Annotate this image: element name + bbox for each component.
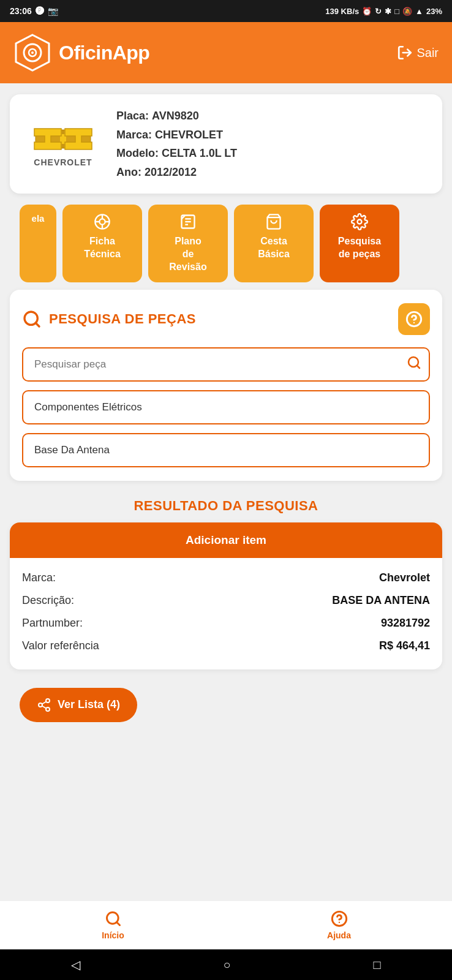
result-card: Adicionar item Marca: Chevrolet Descriçã… xyxy=(10,522,442,669)
tab-plano-revisao-label: PlanodeRevisão xyxy=(169,235,206,273)
svg-point-21 xyxy=(358,220,362,224)
status-icon-bell: 🔕 xyxy=(402,7,412,16)
svg-line-23 xyxy=(36,323,39,326)
add-item-button[interactable]: Adicionar item xyxy=(10,522,442,558)
result-partnumber-row: Partnumber: 93281792 xyxy=(10,612,442,635)
plano-revisao-icon xyxy=(179,213,197,230)
status-icon-signal: ▲ xyxy=(415,7,423,16)
app-header: OficinApp Sair xyxy=(0,22,452,83)
tab-pesquisa-pecas[interactable]: Pesquisade peças xyxy=(320,205,399,282)
tab-cesta-basica[interactable]: CestaBásica xyxy=(234,205,314,282)
ficha-tecnica-icon xyxy=(94,213,111,230)
status-icon-nfc: □ xyxy=(394,7,399,16)
status-battery: 23% xyxy=(426,7,442,16)
result-partnumber-value: 93281792 xyxy=(381,617,430,630)
result-partnumber-label: Partnumber: xyxy=(22,617,83,630)
svg-point-3 xyxy=(31,51,34,54)
plate-value: AVN9820 xyxy=(152,110,199,122)
search-submit-button[interactable] xyxy=(407,355,421,374)
inicio-nav-label: Início xyxy=(102,930,124,940)
result-descricao-row: Descrição: BASE DA ANTENA xyxy=(10,589,442,612)
tab-ficha-tecnica-label: FichaTécnica xyxy=(84,235,121,261)
svg-point-36 xyxy=(338,922,339,923)
svg-point-30 xyxy=(46,707,50,711)
vehicle-modelo: Modelo: CELTA 1.0L LT xyxy=(116,144,237,163)
search-section-icon xyxy=(22,309,42,329)
bottom-action-area: Ver Lista (4) xyxy=(10,682,442,733)
ajuda-nav-label: Ajuda xyxy=(327,930,351,940)
app-logo-group: OficinApp xyxy=(13,34,149,72)
status-icon-clock: 🅟 xyxy=(36,6,44,16)
plate-label: Placa: xyxy=(116,110,149,122)
vehicle-ano: Ano: 2012/2012 xyxy=(116,163,237,182)
marca-value: CHEVROLET xyxy=(155,129,223,141)
android-back-button[interactable]: ◁ xyxy=(71,957,80,972)
vehicle-plate: Placa: AVN9820 xyxy=(116,107,237,126)
result-descricao-label: Descrição: xyxy=(22,594,74,607)
ver-lista-button[interactable]: Ver Lista (4) xyxy=(20,688,137,722)
result-marca-row: Marca: Chevrolet xyxy=(10,567,442,589)
status-bar: 23:06 🅟 📷 139 KB/s ⏰ ↻ ✱ □ 🔕 ▲ 23% xyxy=(0,0,452,22)
tab-pesquisa-pecas-label: Pesquisade peças xyxy=(338,235,381,261)
search-submit-icon xyxy=(407,355,421,370)
ajuda-nav-icon xyxy=(331,910,348,927)
status-icon-bluetooth: ✱ xyxy=(385,7,391,16)
android-recent-button[interactable]: □ xyxy=(373,958,380,972)
bottom-navigation: Início Ajuda xyxy=(0,900,452,949)
result-descricao-value: BASE DA ANTENA xyxy=(332,594,430,607)
svg-line-34 xyxy=(116,922,119,925)
nav-tabs: ela FichaTécnica PlanodeRevisão xyxy=(10,194,442,289)
svg-point-28 xyxy=(46,699,50,703)
vehicle-brand-label: CHEVROLET xyxy=(34,157,92,167)
result-section-title: RESULTADO DA PESQUISA xyxy=(10,498,442,514)
chevrolet-logo-icon xyxy=(29,121,97,157)
logout-icon xyxy=(397,45,413,61)
status-time: 23:06 xyxy=(10,6,32,16)
marca-label: Marca: xyxy=(116,129,152,141)
subcategory-value: Base Da Antena xyxy=(34,444,110,456)
status-network: 139 KB/s xyxy=(325,7,359,16)
tab-ela[interactable]: ela xyxy=(20,205,56,282)
search-input-wrapper[interactable] xyxy=(22,347,430,382)
logout-button[interactable]: Sair xyxy=(397,45,439,61)
search-section-title: PESQUISA DE PEÇAS xyxy=(49,311,196,327)
tab-cesta-basica-label: CestaBásica xyxy=(258,235,290,261)
category-filter[interactable]: Componentes Elétricos xyxy=(22,390,430,424)
tab-plano-revisao[interactable]: PlanodeRevisão xyxy=(148,205,228,282)
vehicle-logo-group: CHEVROLET xyxy=(23,121,103,167)
logout-label: Sair xyxy=(416,46,439,60)
result-marca-value: Chevrolet xyxy=(379,571,430,584)
result-valor-label: Valor referência xyxy=(22,639,99,652)
subcategory-filter[interactable]: Base Da Antena xyxy=(22,433,430,467)
search-title-group: PESQUISA DE PEÇAS xyxy=(22,309,196,329)
status-icon-camera: 📷 xyxy=(48,6,58,16)
results-section: RESULTADO DA PESQUISA Adicionar item Mar… xyxy=(10,492,442,669)
pesquisa-pecas-icon xyxy=(351,213,368,230)
modelo-label: Modelo: xyxy=(116,147,159,159)
search-input[interactable] xyxy=(22,347,430,382)
inicio-nav-icon xyxy=(105,910,122,927)
search-title-row: PESQUISA DE PEÇAS xyxy=(22,303,430,335)
android-home-button[interactable]: ○ xyxy=(223,958,230,972)
tab-ficha-tecnica[interactable]: FichaTécnica xyxy=(62,205,142,282)
svg-point-25 xyxy=(413,322,415,323)
vehicle-card: CHEVROLET Placa: AVN9820 Marca: CHEVROLE… xyxy=(10,94,442,194)
app-name: OficinApp xyxy=(59,42,149,64)
help-icon xyxy=(405,311,423,328)
status-icon-sync: ↻ xyxy=(375,7,382,16)
svg-point-10 xyxy=(99,219,105,225)
ano-value: 2012/2012 xyxy=(145,166,197,178)
ver-lista-label: Ver Lista (4) xyxy=(58,698,120,711)
bottom-nav-inicio[interactable]: Início xyxy=(0,901,226,949)
result-valor-value: R$ 464,41 xyxy=(379,639,430,652)
main-content: CHEVROLET Placa: AVN9820 Marca: CHEVROLE… xyxy=(0,83,452,900)
status-icon-alarm: ⏰ xyxy=(362,7,372,16)
svg-line-27 xyxy=(417,365,420,368)
bottom-nav-ajuda[interactable]: Ajuda xyxy=(226,901,452,949)
search-section-card: PESQUISA DE PEÇAS Componentes Elétricos xyxy=(10,290,442,481)
android-nav-bar: ◁ ○ □ xyxy=(0,949,452,980)
svg-point-29 xyxy=(39,703,42,707)
help-button[interactable] xyxy=(398,303,430,335)
share-icon xyxy=(37,698,51,712)
app-logo-icon xyxy=(13,34,51,72)
